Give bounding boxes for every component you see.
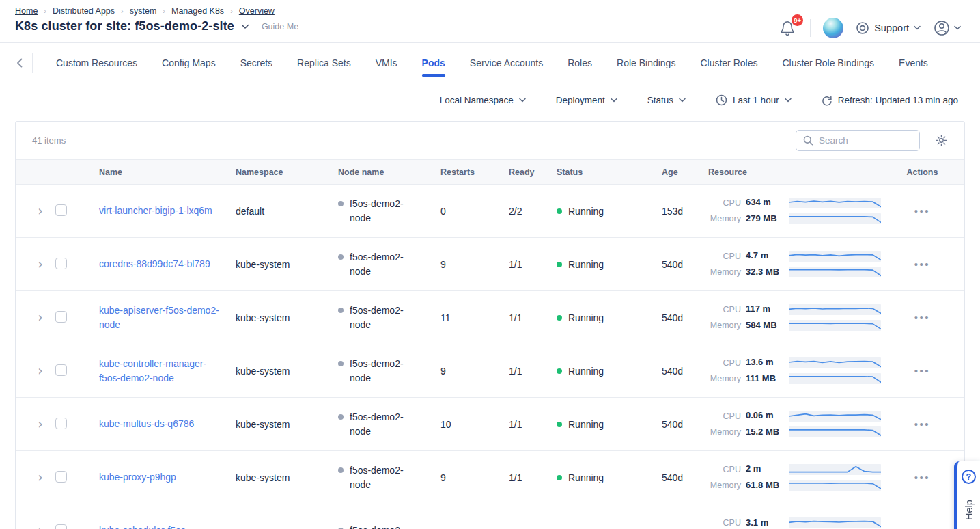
time-range-filter[interactable]: Last 1 hour <box>716 94 792 106</box>
cpu-label: CPU <box>708 305 741 314</box>
table-settings-gear-icon[interactable] <box>935 134 948 147</box>
status-filter[interactable]: Status <box>647 95 686 105</box>
notifications-button[interactable]: 9+ <box>777 17 798 39</box>
pod-namespace: kube-system <box>236 259 338 270</box>
tab-role-bindings[interactable]: Role Bindings <box>617 53 675 72</box>
namespace-filter[interactable]: Local Namespace <box>440 95 526 105</box>
deployment-filter[interactable]: Deployment <box>556 95 617 105</box>
tabs-scroll-left-button[interactable] <box>16 58 23 68</box>
header-divider <box>810 19 811 37</box>
tab-custom-resources[interactable]: Custom Resources <box>56 53 137 72</box>
tab-roles[interactable]: Roles <box>568 53 592 72</box>
refresh-control[interactable]: Refresh: Updated 13 min ago <box>822 95 958 106</box>
row-actions-menu[interactable]: ••• <box>914 525 930 529</box>
table-body: › virt-launcher-bigip-1-lxq6m default f5… <box>16 185 964 529</box>
tab-cluster-role-bindings[interactable]: Cluster Role Bindings <box>782 53 874 72</box>
cpu-label: CPU <box>708 252 741 261</box>
cpu-line: CPU 0.06 m <box>708 410 880 422</box>
status-dot <box>557 262 562 267</box>
row-actions-menu[interactable]: ••• <box>914 418 930 430</box>
pod-name-link[interactable]: virt-launcher-bigip-1-lxq6m <box>99 204 212 217</box>
search-input[interactable] <box>819 135 912 146</box>
pod-name-link[interactable]: kube-proxy-p9hgp <box>99 470 176 484</box>
cpu-sparkline <box>789 251 881 262</box>
pod-age: 540d <box>662 472 708 483</box>
row-checkbox[interactable] <box>55 258 67 269</box>
tab-replica-sets[interactable]: Replica Sets <box>297 53 351 72</box>
breadcrumb-item[interactable]: Overview <box>239 6 275 16</box>
guide-me-link[interactable]: Guide Me <box>262 22 298 31</box>
support-label: Support <box>874 23 909 33</box>
row-expand-chevron[interactable]: › <box>28 311 53 324</box>
search-box[interactable] <box>796 130 920 151</box>
memory-sparkline <box>789 267 881 277</box>
row-actions-menu[interactable]: ••• <box>914 472 930 483</box>
row-checkbox[interactable] <box>55 364 67 376</box>
row-expand-chevron[interactable]: › <box>28 471 53 484</box>
memory-line: Memory 15.2 MB <box>708 426 880 438</box>
cpu-line: CPU 2 m <box>708 463 880 475</box>
row-actions-menu[interactable]: ••• <box>914 258 930 270</box>
cpu-value: 4.7 m <box>746 250 784 262</box>
table-toolbar: 41 items <box>16 122 964 160</box>
row-expand-chevron[interactable]: › <box>28 258 53 271</box>
row-actions-menu[interactable]: ••• <box>914 312 930 323</box>
cpu-sparkline <box>789 464 881 475</box>
row-checkbox[interactable] <box>55 418 67 429</box>
node-name: f5os-demo2-node <box>350 463 408 491</box>
pod-name-link[interactable]: coredns-88d99dc74-bl789 <box>99 257 210 271</box>
cpu-label: CPU <box>708 518 741 528</box>
tab-secrets[interactable]: Secrets <box>240 53 272 72</box>
pod-name-link[interactable]: kube-scheduler-f5os- <box>99 524 189 529</box>
pod-name-link[interactable]: kube-multus-ds-q6786 <box>99 417 194 431</box>
account-menu[interactable] <box>933 19 961 37</box>
row-actions-menu[interactable]: ••• <box>914 205 930 217</box>
user-icon <box>933 19 951 37</box>
pod-namespace: kube-system <box>236 419 338 430</box>
tab-config-maps[interactable]: Config Maps <box>162 53 216 72</box>
row-actions-menu[interactable]: ••• <box>914 365 930 377</box>
pod-status: Running <box>568 206 604 217</box>
node-dot-icon <box>338 254 344 260</box>
pod-name-link[interactable]: kube-controller-manager-f5os-demo2-node <box>99 357 223 385</box>
memory-value: 32.3 MB <box>746 267 784 278</box>
node-name: f5os-demo2-node <box>350 250 408 278</box>
cpu-sparkline <box>789 357 881 368</box>
tab-pods[interactable]: Pods <box>422 53 445 72</box>
row-expand-chevron[interactable]: › <box>28 204 53 217</box>
col-node-name: Node name <box>338 167 440 177</box>
tab-service-accounts[interactable]: Service Accounts <box>470 53 543 72</box>
node-name: f5os-demo2-node <box>350 357 408 385</box>
col-actions: Actions <box>880 167 964 177</box>
row-checkbox[interactable] <box>55 524 67 529</box>
deployment-filter-label: Deployment <box>556 95 605 105</box>
node-dot-icon <box>338 308 344 313</box>
cpu-label: CPU <box>708 198 741 208</box>
col-age: Age <box>662 167 708 177</box>
support-menu[interactable]: Support <box>856 21 921 35</box>
help-widget[interactable]: ? Help <box>954 461 980 529</box>
row-checkbox[interactable] <box>55 471 67 483</box>
memory-value: 61.8 MB <box>746 480 784 491</box>
tab-events[interactable]: Events <box>899 53 928 72</box>
tenant-avatar[interactable] <box>823 18 843 38</box>
row-checkbox[interactable] <box>55 311 67 323</box>
breadcrumb-item[interactable]: Distributed Apps <box>53 6 115 16</box>
title-chevron-down-icon[interactable] <box>241 24 249 29</box>
status-filter-label: Status <box>647 95 673 105</box>
row-expand-chevron[interactable]: › <box>28 364 53 377</box>
row-checkbox[interactable] <box>55 204 67 216</box>
time-range-label: Last 1 hour <box>733 95 779 105</box>
pod-restarts: 0 <box>440 206 509 217</box>
tab-vmis[interactable]: VMIs <box>376 53 397 72</box>
row-expand-chevron[interactable]: › <box>28 418 53 431</box>
pod-ready: 1/1 <box>509 419 557 430</box>
row-expand-chevron[interactable]: › <box>28 524 53 529</box>
tab-cluster-roles[interactable]: Cluster Roles <box>700 53 757 72</box>
breadcrumb-item[interactable]: system <box>130 6 157 16</box>
pod-name-link[interactable]: kube-apiserver-f5os-demo2-node <box>99 303 223 331</box>
pod-restarts: 11 <box>440 312 509 323</box>
breadcrumb-item[interactable]: Managed K8s <box>171 6 224 16</box>
pod-age: 153d <box>662 206 708 217</box>
breadcrumb-item[interactable]: Home <box>15 6 38 16</box>
